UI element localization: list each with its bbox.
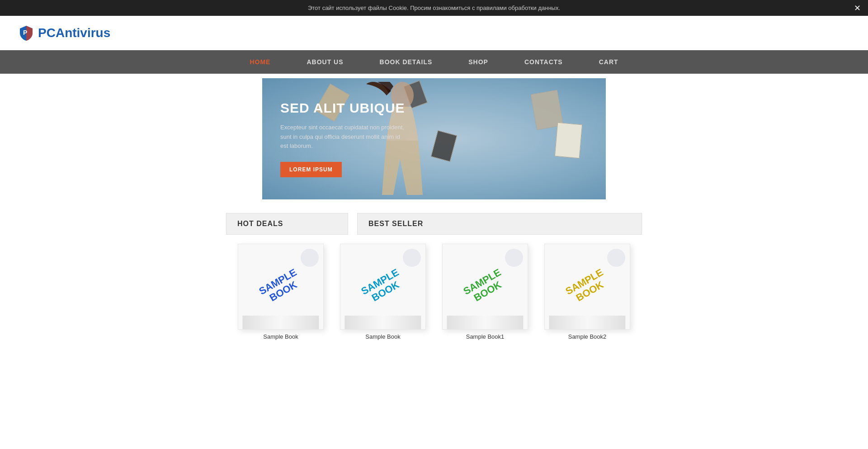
book-title-3: Sample Book1 bbox=[466, 333, 505, 340]
book-cover-2: SAMPLEBOOK bbox=[340, 244, 426, 330]
logo-link[interactable]: P PCAntivirus bbox=[18, 25, 110, 41]
shield-icon: P bbox=[18, 25, 34, 41]
book-title-4: Sample Book2 bbox=[568, 333, 607, 340]
sample-label-4: SAMPLEBOOK bbox=[564, 267, 611, 307]
cookie-message: Этот сайт использует файлы Cookie. Проси… bbox=[308, 5, 560, 11]
book-card-4[interactable]: SAMPLEBOOK Sample Book2 bbox=[540, 244, 635, 340]
book-card-1[interactable]: SAMPLEBOOK Sample Book bbox=[233, 244, 328, 340]
header: P PCAntivirus bbox=[0, 16, 868, 50]
nav-contacts[interactable]: CONTACTS bbox=[506, 50, 581, 74]
book-card-2[interactable]: SAMPLEBOOK Sample Book bbox=[335, 244, 430, 340]
hero-cta-button[interactable]: LOREM IPSUM bbox=[280, 162, 342, 177]
book-title-2: Sample Book bbox=[365, 333, 400, 340]
sample-label-1: SAMPLEBOOK bbox=[257, 267, 304, 307]
main-nav: HOME ABOUT US BOOK DETAILS SHOP CONTACTS… bbox=[0, 50, 868, 74]
hero-title: SED ALIT UBIQUE bbox=[280, 100, 407, 116]
flying-book-5 bbox=[555, 123, 582, 159]
svg-text:P: P bbox=[23, 29, 27, 36]
hero-subtitle: Excepteur sint occaecat cupidatat non pr… bbox=[280, 123, 407, 151]
book-card-3[interactable]: SAMPLEBOOK Sample Book1 bbox=[438, 244, 533, 340]
book-cover-3: SAMPLEBOOK bbox=[442, 244, 528, 330]
section-headers: HOT DEALS BEST SELLER bbox=[226, 213, 642, 235]
nav-about[interactable]: ABOUT US bbox=[288, 50, 361, 74]
cookie-banner: Этот сайт использует файлы Cookie. Проси… bbox=[0, 0, 868, 16]
main-content: HOT DEALS BEST SELLER SAMPLEBOOK Sample … bbox=[217, 213, 651, 340]
hero-section: SED ALIT UBIQUE Excepteur sint occaecat … bbox=[262, 78, 606, 199]
book-cover-1: SAMPLEBOOK bbox=[238, 244, 324, 330]
sample-label-2: SAMPLEBOOK bbox=[359, 267, 406, 307]
books-grid: SAMPLEBOOK Sample Book SAMPLEBOOK Sample… bbox=[226, 244, 642, 340]
nav-home[interactable]: HOME bbox=[231, 50, 288, 74]
hero-content: SED ALIT UBIQUE Excepteur sint occaecat … bbox=[262, 82, 425, 195]
book-title-1: Sample Book bbox=[263, 333, 298, 340]
cookie-close-button[interactable]: ✕ bbox=[854, 3, 861, 13]
sample-label-3: SAMPLEBOOK bbox=[462, 267, 509, 307]
nav-shop[interactable]: SHOP bbox=[450, 50, 506, 74]
nav-cart[interactable]: CART bbox=[581, 50, 637, 74]
hot-deals-header: HOT DEALS bbox=[226, 213, 348, 235]
book-cover-4: SAMPLEBOOK bbox=[544, 244, 630, 330]
logo-text: PCAntivirus bbox=[38, 26, 110, 40]
nav-book-details[interactable]: BOOK DETAILS bbox=[362, 50, 451, 74]
best-seller-header: BEST SELLER bbox=[357, 213, 642, 235]
